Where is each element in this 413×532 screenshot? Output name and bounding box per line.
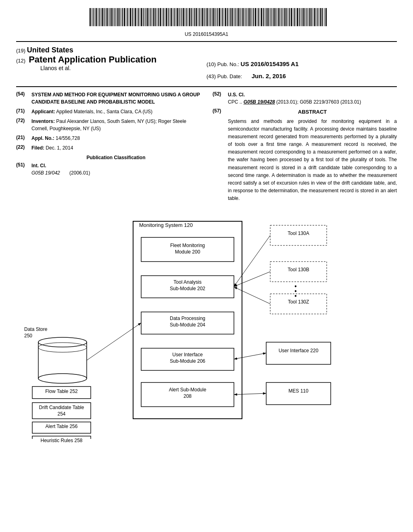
- svg-rect-116: [271, 8, 271, 26]
- svg-line-173: [234, 235, 270, 287]
- svg-rect-36: [146, 8, 146, 26]
- svg-rect-145: [316, 8, 317, 26]
- svg-rect-61: [185, 8, 186, 26]
- svg-rect-6: [99, 8, 100, 26]
- svg-rect-1: [92, 8, 92, 26]
- svg-rect-114: [267, 8, 269, 26]
- left-header: (19) United States (12) Patent Applicati…: [16, 46, 206, 71]
- svg-rect-32: [140, 8, 140, 26]
- svg-rect-42: [155, 8, 156, 26]
- svg-rect-11: [106, 8, 108, 26]
- svg-rect-63: [188, 8, 188, 26]
- svg-rect-113: [266, 8, 267, 26]
- svg-rect-69: [198, 8, 198, 26]
- field-22-value: Dec. 1, 2014: [46, 145, 73, 151]
- data-store-label: Data Store 250: [24, 326, 47, 340]
- svg-rect-25: [129, 8, 129, 26]
- monitoring-system-label: Monitoring System 120: [139, 222, 193, 228]
- field-51-year: (2006.01): [69, 170, 90, 176]
- flow-table-box: Flow Table 252: [35, 389, 88, 394]
- field-57: (57) ABSTRACT Systems and methods are pr…: [213, 108, 397, 203]
- svg-rect-34: [143, 8, 144, 26]
- diagram-area: • • • Monitoring System 120 Fleet Monito…: [16, 213, 397, 439]
- svg-rect-144: [314, 8, 315, 26]
- svg-rect-3: [94, 8, 95, 26]
- svg-rect-0: [90, 8, 91, 26]
- abstract-content: ABSTRACT Systems and methods are provide…: [228, 108, 397, 203]
- svg-rect-92: [234, 8, 234, 26]
- svg-rect-45: [160, 8, 161, 26]
- svg-rect-67: [194, 8, 195, 26]
- svg-rect-141: [309, 8, 311, 26]
- svg-rect-136: [302, 8, 302, 26]
- field-72-content: Inventors: Paul Alexander Llanos, South …: [31, 118, 200, 132]
- svg-rect-66: [193, 8, 193, 26]
- field-21: (21) Appl. No.: 14/556,728: [16, 135, 200, 142]
- svg-rect-56: [177, 8, 178, 26]
- fleet-module-box: Fleet Monitoring Module 200: [145, 242, 230, 256]
- svg-rect-149: [322, 8, 323, 26]
- svg-rect-55: [175, 8, 176, 26]
- data-store-text: Data Store 250: [24, 326, 47, 339]
- svg-rect-140: [308, 8, 309, 26]
- svg-rect-147: [319, 8, 319, 26]
- abstract-title: ABSTRACT: [228, 108, 397, 116]
- cpc1-code: G05B 19/0428: [244, 99, 275, 105]
- field-54-title: SYSTEM AND METHOD FOR EQUIPMENT MONITORI…: [31, 92, 200, 105]
- svg-point-167: [38, 374, 87, 383]
- num12-label: (12): [16, 58, 25, 64]
- svg-rect-46: [162, 8, 162, 26]
- svg-rect-105: [253, 8, 254, 26]
- fleet-module-text: Fleet Monitoring Module 200: [170, 243, 205, 255]
- svg-rect-53: [173, 8, 173, 26]
- svg-rect-143: [313, 8, 313, 26]
- data-processing-box: Data Processing Sub-Module 204: [145, 315, 230, 329]
- field-21-title: Appl. No.:: [31, 135, 54, 141]
- pub-no-value: US 2016/0154395 A1: [241, 60, 299, 67]
- svg-rect-133: [297, 8, 298, 26]
- svg-rect-43: [157, 8, 157, 26]
- svg-rect-87: [225, 8, 226, 26]
- field-21-content: Appl. No.: 14/556,728: [31, 135, 200, 142]
- svg-rect-65: [191, 8, 192, 26]
- svg-rect-75: [206, 8, 208, 26]
- middle-divider: [16, 86, 397, 87]
- svg-rect-81: [216, 8, 217, 26]
- svg-rect-41: [153, 8, 154, 26]
- svg-rect-107: [257, 8, 257, 26]
- svg-rect-21: [122, 8, 123, 26]
- svg-rect-111: [263, 8, 264, 26]
- country-label: (19) United States: [16, 46, 206, 54]
- svg-rect-29: [135, 8, 136, 26]
- svg-rect-62: [186, 8, 187, 26]
- svg-rect-74: [205, 8, 206, 26]
- field-72-num: (72): [16, 118, 31, 132]
- svg-rect-77: [210, 8, 211, 26]
- field-22-content: Filed: Dec. 1, 2014: [31, 144, 200, 152]
- alert-sub-text: Alert Sub-Module 208: [169, 387, 206, 399]
- top-divider: [16, 41, 397, 42]
- svg-rect-24: [127, 8, 128, 26]
- svg-rect-47: [163, 8, 164, 26]
- svg-rect-102: [248, 8, 250, 26]
- svg-rect-88: [227, 8, 228, 26]
- heuristic-box: Heuristic Rules 258: [35, 438, 88, 443]
- field-51: (51) Int. Cl. G05B 19/042 (2006.01): [16, 162, 200, 177]
- svg-rect-103: [250, 8, 251, 26]
- cpc2-code: G05B 2219/37603: [300, 99, 339, 105]
- svg-rect-39: [150, 8, 151, 26]
- svg-line-177: [234, 393, 266, 395]
- svg-line-178: [87, 323, 141, 360]
- svg-rect-151: [325, 8, 327, 26]
- field-21-num: (21): [16, 135, 31, 142]
- field-54: (54) SYSTEM AND METHOD FOR EQUIPMENT MON…: [16, 91, 200, 106]
- svg-rect-128: [289, 8, 290, 26]
- tool-b-text: Tool 130B: [288, 267, 309, 272]
- svg-line-176: [234, 353, 266, 359]
- svg-rect-37: [147, 8, 148, 26]
- svg-rect-8: [102, 8, 103, 26]
- svg-rect-50: [168, 8, 169, 26]
- svg-rect-148: [320, 8, 321, 26]
- svg-rect-54: [174, 8, 175, 26]
- svg-rect-139: [307, 8, 307, 26]
